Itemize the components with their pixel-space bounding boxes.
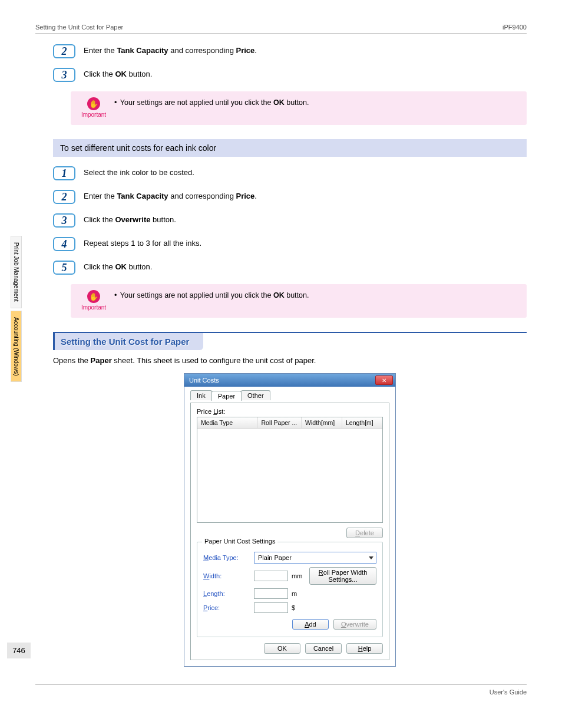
step-text-3a: Click the OK button. xyxy=(84,68,152,78)
ok-button[interactable]: OK xyxy=(264,643,300,654)
media-type-label: Media Type: xyxy=(203,554,250,561)
header-left: Setting the Unit Cost for Paper xyxy=(35,24,123,31)
section-desc: Opens the Paper sheet. This sheet is use… xyxy=(53,356,527,365)
tab-paper[interactable]: Paper xyxy=(211,391,242,401)
step-badge-3: 3 xyxy=(53,213,75,228)
col-length[interactable]: Length[m] xyxy=(342,417,382,428)
fieldset-legend: Paper Unit Cost Settings xyxy=(202,538,277,545)
step-badge-3a: 3 xyxy=(53,68,75,82)
step-text-4: Repeat steps 1 to 3 for all the inks. xyxy=(84,237,201,248)
unit-costs-dialog: Unit Costs ✕ Ink Paper Other Price List: xyxy=(184,373,396,667)
paper-unit-cost-fieldset: Paper Unit Cost Settings Media Type: Pla… xyxy=(197,542,383,637)
important-text-2: Your settings are not applied until you … xyxy=(114,290,309,299)
add-button[interactable]: Add xyxy=(292,619,329,630)
price-unit: $ xyxy=(292,604,306,611)
step-badge-1: 1 xyxy=(53,166,75,180)
length-label: Length: xyxy=(203,590,250,597)
important-label: Important xyxy=(81,111,106,118)
tab-other[interactable]: Other xyxy=(241,390,270,400)
step-text-5: Click the OK button. xyxy=(84,261,152,271)
step-badge-4: 4 xyxy=(53,237,75,251)
col-width[interactable]: Width[mm] xyxy=(302,417,342,428)
price-label: Price: xyxy=(203,604,250,611)
sub-heading: To set different unit costs for each ink… xyxy=(53,139,527,157)
page-number: 746 xyxy=(7,643,31,658)
important-text-1: Your settings are not applied until you … xyxy=(114,97,309,107)
important-note-2: ✋ Important Your settings are not applie… xyxy=(71,284,527,318)
header-right: iPF9400 xyxy=(503,24,527,31)
delete-button[interactable]: Delete xyxy=(346,528,383,538)
media-type-value: Plain Paper xyxy=(258,554,292,561)
step-badge-2a: 2 xyxy=(53,44,75,58)
step-text-2a: Enter the Tank Capacity and correspondin… xyxy=(84,44,257,55)
section-heading: Setting the Unit Cost for Paper xyxy=(53,333,203,350)
close-icon: ✕ xyxy=(382,377,386,384)
col-roll-paper[interactable]: Roll Paper ... xyxy=(258,417,302,428)
width-label: Width: xyxy=(203,572,250,579)
important-note-1: ✋ Important Your settings are not applie… xyxy=(71,91,527,125)
step-text-1: Select the ink color to be costed. xyxy=(84,166,194,177)
length-unit: m xyxy=(292,590,306,597)
side-tab-print-job[interactable]: Print Job Management xyxy=(11,236,22,308)
roll-paper-width-settings-button[interactable]: Roll Paper Width Settings... xyxy=(309,567,376,585)
price-list-table[interactable]: Media Type Roll Paper ... Width[mm] Leng… xyxy=(197,417,383,523)
step-badge-5: 5 xyxy=(53,261,75,275)
step-text-2: Enter the Tank Capacity and correspondin… xyxy=(84,190,257,200)
length-input[interactable] xyxy=(254,588,288,599)
price-list-label: Price List: xyxy=(197,408,383,415)
close-button[interactable]: ✕ xyxy=(375,375,393,385)
chevron-down-icon xyxy=(369,556,373,559)
col-media-type[interactable]: Media Type xyxy=(197,417,258,428)
important-label: Important xyxy=(81,304,106,311)
important-icon: ✋ xyxy=(87,97,100,110)
price-input[interactable] xyxy=(254,602,288,613)
help-button[interactable]: Help xyxy=(346,643,383,654)
important-icon: ✋ xyxy=(87,290,100,303)
overwrite-button[interactable]: Overwrite xyxy=(333,619,376,630)
step-badge-2: 2 xyxy=(53,190,75,204)
cancel-button[interactable]: Cancel xyxy=(305,643,342,654)
media-type-select[interactable]: Plain Paper xyxy=(254,552,376,564)
side-tab-accounting[interactable]: Accounting (Windows) xyxy=(11,311,22,382)
width-input[interactable] xyxy=(254,571,288,581)
width-unit: mm xyxy=(292,572,306,579)
tab-ink[interactable]: Ink xyxy=(190,390,212,400)
step-text-3: Click the Overwrite button. xyxy=(84,213,176,224)
footer-right: User's Guide xyxy=(490,689,527,696)
dialog-title: Unit Costs xyxy=(189,377,219,384)
